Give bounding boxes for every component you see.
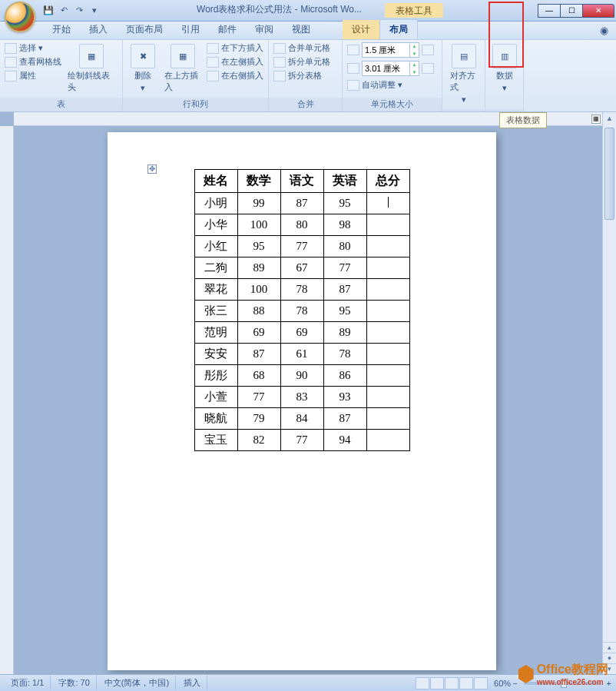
table-cell[interactable] xyxy=(366,257,409,279)
table-cell[interactable] xyxy=(366,430,409,451)
table-row[interactable]: 二狗896777 xyxy=(194,257,409,279)
table-cell[interactable]: 94 xyxy=(323,430,366,451)
view-outline-icon[interactable] xyxy=(459,677,473,689)
table-cell[interactable]: 张三 xyxy=(194,301,237,322)
table-row[interactable]: 彤彤689086 xyxy=(194,365,409,387)
table-cell[interactable]: 87 xyxy=(323,408,366,430)
table-cell[interactable]: 95 xyxy=(237,236,280,257)
table-cell[interactable]: 82 xyxy=(237,430,280,451)
table-cell[interactable] xyxy=(366,408,409,430)
table-cell[interactable]: 87 xyxy=(323,279,366,301)
table-cell[interactable]: 77 xyxy=(280,430,323,451)
table-cell[interactable]: 99 xyxy=(237,193,280,214)
table-cell[interactable]: 78 xyxy=(323,344,366,365)
table-cell[interactable]: 78 xyxy=(280,279,323,301)
split-cells-button[interactable]: 拆分单元格 xyxy=(273,56,330,68)
table-cell[interactable]: 80 xyxy=(280,214,323,236)
tab-insert[interactable]: 插入 xyxy=(80,20,117,39)
table-cell[interactable]: 89 xyxy=(237,257,280,279)
table-row[interactable]: 安安876178 xyxy=(194,344,409,365)
table-row[interactable]: 范明696989 xyxy=(194,322,409,344)
select-button[interactable]: 选择 ▾ xyxy=(5,42,61,54)
table-cell[interactable] xyxy=(366,236,409,257)
ruler-toggle[interactable]: ▦ xyxy=(591,115,601,124)
table-cell[interactable]: 95 xyxy=(323,301,366,322)
col-width-spinner[interactable]: ▲▼ xyxy=(362,61,419,76)
table-cell[interactable]: 78 xyxy=(280,301,323,322)
status-words[interactable]: 字数: 70 xyxy=(52,676,96,690)
tab-design[interactable]: 设计 xyxy=(343,20,379,39)
table-cell[interactable]: 87 xyxy=(280,193,323,214)
table-cell[interactable]: 翠花 xyxy=(194,279,237,301)
table-cell[interactable]: 宝玉 xyxy=(194,430,237,451)
table-cell[interactable]: 小华 xyxy=(194,214,237,236)
table-cell[interactable] xyxy=(366,279,409,301)
table-cell[interactable]: 69 xyxy=(237,322,280,344)
table-row[interactable]: 小明998795 xyxy=(194,193,409,214)
table-row[interactable]: 宝玉827794 xyxy=(194,430,409,451)
table-cell[interactable] xyxy=(366,301,409,322)
table-cell[interactable]: 61 xyxy=(280,344,323,365)
view-print-layout-icon[interactable] xyxy=(416,677,429,689)
status-mode[interactable]: 插入 xyxy=(177,676,207,690)
table-cell[interactable]: 86 xyxy=(323,365,366,387)
table-cell[interactable]: 二狗 xyxy=(194,257,237,279)
maximize-button[interactable]: ☐ xyxy=(560,4,583,18)
status-language[interactable]: 中文(简体，中国) xyxy=(98,676,176,690)
table-row[interactable]: 小华1008098 xyxy=(194,214,409,236)
table-row[interactable]: 小红957780 xyxy=(194,236,409,257)
table-row[interactable]: 翠花1007887 xyxy=(194,279,409,301)
table-cell[interactable]: 77 xyxy=(280,236,323,257)
document-page[interactable]: ✥ 姓名数学语文英语总分 小明998795小华1008098小红957780二狗… xyxy=(108,132,496,670)
table-header[interactable]: 语文 xyxy=(280,170,323,193)
table-cell[interactable]: 77 xyxy=(323,257,366,279)
table-cell[interactable]: 小红 xyxy=(194,236,237,257)
merge-cells-button[interactable]: 合并单元格 xyxy=(273,42,330,54)
table-cell[interactable]: 69 xyxy=(280,322,323,344)
split-table-button[interactable]: 拆分表格 xyxy=(273,70,330,81)
table-cell[interactable]: 小明 xyxy=(194,193,237,214)
table-header[interactable]: 姓名 xyxy=(194,170,237,193)
table-move-handle[interactable]: ✥ xyxy=(147,164,157,174)
draw-diagonal-button[interactable]: ▦ 绘制斜线表头 xyxy=(65,42,118,95)
undo-icon[interactable]: ↶ xyxy=(57,4,71,18)
close-button[interactable]: ✕ xyxy=(582,4,614,18)
tab-review[interactable]: 审阅 xyxy=(246,20,283,39)
tab-view[interactable]: 视图 xyxy=(283,20,320,39)
table-cell[interactable]: 89 xyxy=(323,322,366,344)
minimize-button[interactable]: — xyxy=(538,4,561,18)
table-cell[interactable]: 87 xyxy=(237,344,280,365)
properties-button[interactable]: 属性 xyxy=(5,70,61,81)
insert-right-button[interactable]: 在右侧插入 xyxy=(207,70,263,81)
view-draft-icon[interactable] xyxy=(474,677,488,689)
scroll-up-icon[interactable]: ▲ xyxy=(603,112,616,125)
scroll-thumb[interactable] xyxy=(604,128,614,220)
table-cell[interactable] xyxy=(366,387,409,408)
vertical-scrollbar[interactable]: ▲ ▴ ● ▾ xyxy=(602,112,616,674)
table-cell[interactable]: 77 xyxy=(237,387,280,408)
tab-mailings[interactable]: 邮件 xyxy=(209,20,246,39)
status-page[interactable]: 页面: 1/1 xyxy=(5,676,51,690)
table-cell[interactable] xyxy=(366,365,409,387)
table-row[interactable]: 张三887895 xyxy=(194,301,409,322)
alignment-button[interactable]: ▤ 对齐方式▾ xyxy=(447,42,480,106)
table-cell[interactable]: 范明 xyxy=(194,322,237,344)
redo-icon[interactable]: ↷ xyxy=(72,4,86,18)
table-cell[interactable]: 100 xyxy=(237,214,280,236)
table-cell[interactable]: 100 xyxy=(237,279,280,301)
table-cell[interactable]: 88 xyxy=(237,301,280,322)
zoom-out-icon[interactable]: − xyxy=(512,679,517,688)
table-cell[interactable] xyxy=(366,193,409,214)
help-icon[interactable]: ◉ xyxy=(600,25,608,36)
zoom-level[interactable]: 60% xyxy=(494,679,511,688)
office-button[interactable] xyxy=(5,2,35,32)
data-table[interactable]: 姓名数学语文英语总分 小明998795小华1008098小红957780二狗89… xyxy=(194,169,410,451)
table-cell[interactable]: 93 xyxy=(323,387,366,408)
table-header[interactable]: 英语 xyxy=(323,170,366,193)
distribute-cols-icon[interactable] xyxy=(422,63,434,74)
table-cell[interactable]: 彤彤 xyxy=(194,365,237,387)
insert-above-button[interactable]: ▦ 在上方插入 xyxy=(161,42,204,95)
save-icon[interactable]: 💾 xyxy=(41,4,55,18)
table-header[interactable]: 总分 xyxy=(366,170,409,193)
view-gridlines-button[interactable]: 查看网格线 xyxy=(5,56,61,68)
